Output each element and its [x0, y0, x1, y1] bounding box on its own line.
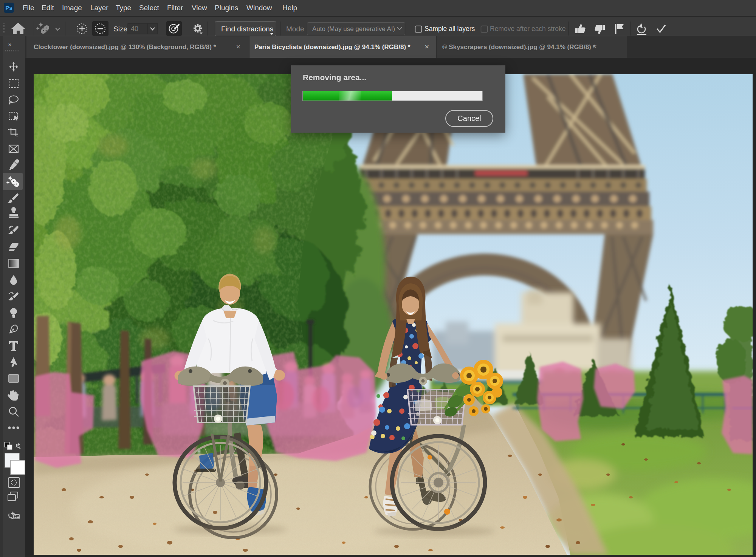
- svg-text:Auto (May use generative AI): Auto (May use generative AI): [312, 25, 395, 32]
- svg-text:Find distractions: Find distractions: [221, 25, 273, 33]
- svg-text:Sample all layers: Sample all layers: [424, 25, 475, 32]
- svg-text:40: 40: [131, 25, 138, 32]
- svg-text:Size: Size: [113, 25, 127, 33]
- svg-text:Mode: Mode: [286, 25, 304, 33]
- svg-text:Remove after each stroke: Remove after each stroke: [490, 25, 565, 32]
- svg-text:»: »: [8, 41, 11, 47]
